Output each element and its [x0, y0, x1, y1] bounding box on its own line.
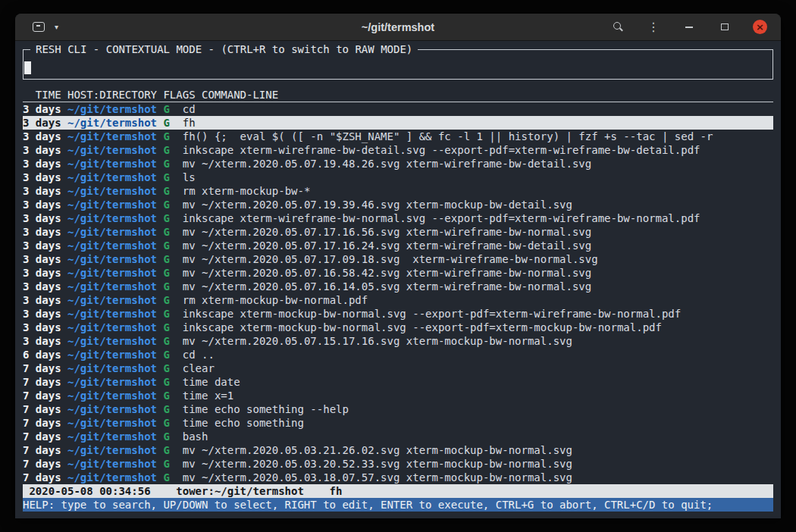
row-command: mv ~/xterm.2020.05.03.20.52.33.svg xterm… — [183, 458, 572, 470]
row-time: 3 days — [23, 308, 61, 320]
search-query-box[interactable]: RESH CLI - CONTEXTUAL MODE - (CTRL+R to … — [23, 49, 773, 80]
menu-button[interactable]: ⋮ — [646, 20, 661, 35]
history-list: 3 days ~/git/termshot G cd 3 days ~/git/… — [23, 102, 773, 484]
history-row[interactable]: 3 days ~/git/termshot G fh — [23, 116, 773, 130]
close-button[interactable]: × — [753, 20, 767, 34]
row-time: 7 days — [23, 444, 61, 456]
row-time: 3 days — [23, 253, 61, 265]
history-row[interactable]: 3 days ~/git/termshot G mv ~/xterm.2020.… — [23, 239, 773, 252]
history-row[interactable]: 3 days ~/git/termshot G fh() {; eval $( … — [23, 130, 773, 143]
history-row[interactable]: 3 days ~/git/termshot G mv ~/xterm.2020.… — [23, 334, 773, 348]
row-host-directory: ~/git/termshot — [67, 158, 157, 170]
history-row[interactable]: 3 days ~/git/termshot G mv ~/xterm.2020.… — [23, 198, 773, 211]
row-flags: G — [163, 158, 169, 170]
history-row[interactable]: 7 days ~/git/termshot G mv ~/xterm.2020.… — [23, 471, 773, 484]
row-flags: G — [163, 349, 169, 361]
searchbox-title: RESH CLI - CONTEXTUAL MODE - (CTRL+R to … — [30, 42, 418, 56]
row-time: 7 days — [23, 430, 61, 443]
text-cursor — [24, 61, 31, 74]
history-row[interactable]: 3 days ~/git/termshot G ls — [23, 171, 773, 184]
minimize-button[interactable] — [682, 20, 697, 35]
history-row[interactable]: 7 days ~/git/termshot G mv ~/xterm.2020.… — [23, 457, 773, 471]
history-row[interactable]: 3 days ~/git/termshot G mv ~/xterm.2020.… — [23, 280, 773, 293]
row-time: 7 days — [23, 417, 61, 429]
row-command: mv ~/xterm.2020.05.03.21.26.02.svg xterm… — [183, 444, 572, 456]
row-time: 7 days — [23, 390, 61, 402]
history-row[interactable]: 7 days ~/git/termshot G bash — [23, 430, 773, 443]
row-host-directory: ~/git/termshot — [67, 144, 157, 156]
history-row[interactable]: 3 days ~/git/termshot G inkscape xterm-w… — [23, 211, 773, 225]
restore-icon — [721, 23, 729, 30]
history-row[interactable]: 3 days ~/git/termshot G inkscape xterm-m… — [23, 307, 773, 321]
history-row[interactable]: 6 days ~/git/termshot G cd .. — [23, 348, 773, 361]
history-row[interactable]: 3 days ~/git/termshot G inkscape xterm-m… — [23, 321, 773, 334]
history-row[interactable]: 7 days ~/git/termshot G time echo someth… — [23, 416, 773, 430]
row-host-directory: ~/git/termshot — [67, 362, 157, 374]
row-time: 7 days — [23, 458, 61, 470]
row-command: inkscape xterm-wireframe-bw-normal.svg -… — [183, 212, 700, 224]
row-time: 3 days — [23, 130, 61, 142]
history-row[interactable]: 7 days ~/git/termshot G clear — [23, 361, 773, 375]
row-host-directory: ~/git/termshot — [67, 212, 157, 224]
history-row[interactable]: 3 days ~/git/termshot G mv ~/xterm.2020.… — [23, 157, 773, 171]
history-row[interactable]: 3 days ~/git/termshot G rm xterm-mockup-… — [23, 293, 773, 307]
row-flags: G — [163, 458, 169, 470]
history-row[interactable]: 7 days ~/git/termshot G time date — [23, 375, 773, 389]
close-icon: × — [756, 22, 764, 32]
row-time: 3 days — [23, 226, 61, 238]
row-flags: G — [163, 335, 169, 347]
kebab-menu-icon: ⋮ — [647, 21, 660, 33]
row-command: time x=1 — [183, 390, 233, 402]
row-time: 3 days — [23, 199, 61, 211]
help-bar: HELP: type to search, UP/DOWN to select,… — [23, 498, 773, 512]
row-flags: G — [163, 226, 169, 238]
row-command: mv ~/xterm.2020.05.07.17.16.24.svg xterm… — [183, 239, 591, 252]
row-time: 3 days — [23, 321, 61, 333]
row-flags: G — [163, 144, 169, 156]
row-command: time date — [183, 376, 240, 388]
row-flags: G — [163, 253, 169, 265]
screenshot-stage: ▾ ~/git/termshot ⋮ × — [0, 0, 796, 532]
row-host-directory: ~/git/termshot — [67, 471, 157, 483]
row-host-directory: ~/git/termshot — [67, 430, 157, 443]
row-host-directory: ~/git/termshot — [67, 321, 157, 333]
row-time: 3 days — [23, 239, 61, 252]
history-row[interactable]: 7 days ~/git/termshot G time x=1 — [23, 389, 773, 402]
row-command: cd .. — [183, 349, 215, 361]
history-row[interactable]: 3 days ~/git/termshot G mv ~/xterm.2020.… — [23, 225, 773, 239]
row-time: 3 days — [23, 212, 61, 224]
row-command: cd — [183, 103, 196, 115]
row-flags: G — [163, 239, 169, 252]
row-host-directory: ~/git/termshot — [67, 103, 157, 115]
row-flags: G — [163, 185, 169, 197]
row-time: 3 days — [23, 171, 61, 183]
history-row[interactable]: 7 days ~/git/termshot G time echo someth… — [23, 402, 773, 416]
history-header: TIME HOST:DIRECTORY FLAGS COMMAND-LINE — [23, 88, 773, 102]
row-flags: G — [163, 430, 169, 443]
status-location: tower:~/git/termshot — [176, 485, 304, 497]
search-button[interactable] — [610, 20, 625, 35]
restore-button[interactable] — [717, 20, 732, 35]
history-row[interactable]: 3 days ~/git/termshot G mv ~/xterm.2020.… — [23, 252, 773, 266]
history-row[interactable]: 3 days ~/git/termshot G mv ~/xterm.2020.… — [23, 266, 773, 280]
new-tab-button[interactable] — [30, 19, 47, 36]
row-host-directory: ~/git/termshot — [67, 349, 157, 361]
row-host-directory: ~/git/termshot — [67, 294, 157, 306]
row-host-directory: ~/git/termshot — [67, 308, 157, 320]
history-row[interactable]: 3 days ~/git/termshot G inkscape xterm-w… — [23, 143, 773, 157]
history-row[interactable]: 7 days ~/git/termshot G mv ~/xterm.2020.… — [23, 443, 773, 457]
row-flags: G — [163, 308, 169, 320]
row-time: 7 days — [23, 471, 61, 483]
row-command: clear — [183, 362, 215, 374]
row-flags: G — [163, 103, 169, 115]
chevron-down-icon[interactable]: ▾ — [55, 23, 58, 31]
row-host-directory: ~/git/termshot — [67, 239, 157, 252]
row-command: mv ~/xterm.2020.05.03.18.07.57.svg xterm… — [183, 471, 572, 483]
history-row[interactable]: 3 days ~/git/termshot G cd — [23, 102, 773, 116]
row-flags: G — [163, 444, 169, 456]
row-command: mv ~/xterm.2020.05.07.17.09.18.svg xterm… — [183, 253, 598, 265]
row-host-directory: ~/git/termshot — [67, 417, 157, 429]
row-host-directory: ~/git/termshot — [67, 226, 157, 238]
history-row[interactable]: 3 days ~/git/termshot G rm xterm-mockup-… — [23, 184, 773, 198]
status-datetime: 2020-05-08 00:34:56 — [29, 485, 150, 497]
